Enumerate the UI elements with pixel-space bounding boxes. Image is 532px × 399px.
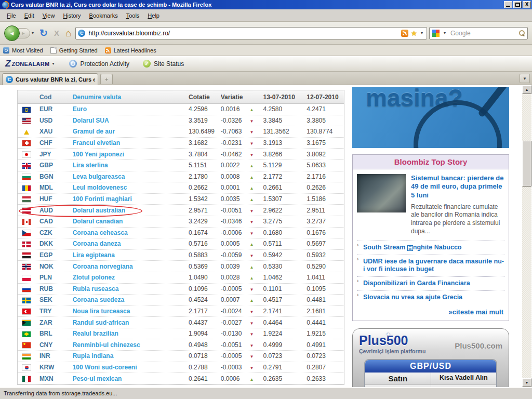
currency-code-link[interactable]: RUB bbox=[39, 285, 73, 292]
rss-feed-icon[interactable] bbox=[401, 30, 408, 37]
currency-name-link[interactable]: 100 Yeni japonezi bbox=[73, 151, 189, 158]
bookmark-getting-started[interactable]: Getting Started bbox=[50, 47, 98, 54]
currency-name-link[interactable]: Lira sterlina bbox=[73, 162, 189, 169]
masina-ad-banner[interactable]: masina? bbox=[352, 87, 509, 148]
zonealarm-dropdown-icon[interactable]: ▾ bbox=[50, 61, 56, 66]
vertical-scrollbar[interactable]: ▲ ▼ bbox=[522, 85, 531, 387]
menu-file[interactable]: File bbox=[3, 11, 20, 20]
story-link-3[interactable]: ›Disponibilizari in Garda Financiara bbox=[357, 276, 504, 290]
minimize-button[interactable] bbox=[504, 1, 512, 8]
search-engine-dropdown-icon[interactable]: ▾ bbox=[442, 31, 447, 35]
bookmark-latest-headlines[interactable]: Latest Headlines bbox=[105, 47, 156, 54]
currency-code-link[interactable]: CZK bbox=[39, 229, 73, 236]
sell-price[interactable]: ▲ 1.6216 bbox=[431, 385, 497, 387]
list-all-tabs-button[interactable]: ▼ bbox=[520, 74, 530, 83]
currency-name-link[interactable]: Coroana ceheasca bbox=[73, 229, 189, 236]
plus500-ad[interactable]: Plus500✦ Çevrimiçi işlem platformu Plus5… bbox=[352, 328, 509, 387]
currency-name-link[interactable]: 100 Forinti maghiari bbox=[73, 195, 189, 203]
read-more-link[interactable]: »citeste mai mult bbox=[353, 304, 509, 321]
currency-name-link[interactable]: Renminbi-ul chinezesc bbox=[73, 341, 189, 349]
buy-price[interactable]: ▼ 1.6218 bbox=[365, 385, 431, 387]
currency-code-link[interactable]: HUF bbox=[39, 195, 73, 203]
currency-name-link[interactable]: Lira egipteana bbox=[73, 251, 189, 259]
currency-code-link[interactable]: DKK bbox=[39, 240, 73, 247]
currency-code-link[interactable]: INR bbox=[39, 352, 73, 360]
story-link-4[interactable]: ›Slovacia nu vrea sa ajute Grecia bbox=[357, 290, 504, 304]
currency-name-link[interactable]: 100 Woni sud-coreeni bbox=[73, 364, 189, 371]
plus500-site-link[interactable]: Plus500.com bbox=[455, 341, 502, 350]
search-magnifier-icon[interactable] bbox=[519, 30, 525, 36]
currency-code-link[interactable]: MDL bbox=[39, 184, 73, 191]
currency-code-link[interactable]: EGP bbox=[39, 251, 73, 259]
currency-name-link[interactable]: Coroana daneza bbox=[73, 240, 189, 247]
currency-name-link[interactable]: Leva bulgareasca bbox=[73, 173, 189, 180]
scroll-down-button[interactable]: ▼ bbox=[522, 378, 531, 387]
menu-view[interactable]: View bbox=[39, 11, 59, 20]
currency-name-link[interactable]: Zlotul polonez bbox=[73, 274, 189, 281]
currency-code-link[interactable]: BRL bbox=[39, 330, 73, 337]
menu-help[interactable]: Help bbox=[144, 11, 163, 20]
zonealarm-brand[interactable]: Z ZoneAlarm ▾ bbox=[5, 59, 56, 68]
scrollbar-thumb[interactable] bbox=[522, 141, 531, 187]
menu-edit[interactable]: Edit bbox=[21, 11, 38, 20]
currency-name-link[interactable]: Leul moldovenesc bbox=[73, 184, 189, 191]
home-button[interactable]: ⌂ bbox=[63, 28, 73, 38]
story-link-1[interactable]: ›South Stream FFEDnghite Nabucco bbox=[357, 241, 504, 255]
currency-code-link[interactable]: CHF bbox=[39, 139, 73, 147]
back-button[interactable]: ◄ bbox=[4, 25, 20, 41]
currency-code-link[interactable]: MXN bbox=[39, 375, 73, 382]
restore-button[interactable] bbox=[513, 1, 522, 8]
currency-name-link[interactable]: Peso-ul mexican bbox=[73, 375, 189, 382]
history-dropdown-icon[interactable]: ▾ bbox=[30, 31, 35, 35]
currency-name-link[interactable]: Rubla ruseasca bbox=[73, 285, 189, 292]
currency-name-link[interactable]: Dolarul canadian bbox=[73, 218, 189, 225]
currency-code-link[interactable]: USD bbox=[39, 117, 73, 124]
currency-name-link[interactable]: Euro bbox=[73, 105, 189, 113]
currency-name-link[interactable]: Dolarul SUA bbox=[73, 117, 189, 124]
currency-name-link[interactable]: Rupia indiana bbox=[73, 352, 189, 360]
scroll-up-button[interactable]: ▲ bbox=[522, 85, 531, 94]
currency-code-link[interactable]: XAU bbox=[39, 128, 73, 135]
currency-name-link[interactable]: Randul sud-african bbox=[73, 319, 189, 326]
currency-name-link[interactable]: Dolarul australian bbox=[73, 207, 189, 214]
urlbar-dropdown-icon[interactable]: ▾ bbox=[419, 31, 424, 35]
currency-name-link[interactable]: Coroana suedeza bbox=[73, 296, 189, 303]
currency-code-link[interactable]: AUD bbox=[39, 207, 73, 214]
search-box[interactable]: ▾ bbox=[429, 27, 528, 39]
currency-name-link[interactable]: Coroana norvegiana bbox=[73, 263, 189, 270]
stop-button[interactable]: X bbox=[52, 29, 61, 37]
currency-name-link[interactable]: Noua lira turceasca bbox=[73, 308, 189, 315]
menu-bookmarks[interactable]: Bookmarks bbox=[86, 11, 122, 20]
menu-history[interactable]: History bbox=[59, 11, 84, 20]
currency-name-link[interactable]: Gramul de aur bbox=[73, 128, 189, 135]
currency-code-link[interactable]: SEK bbox=[39, 296, 73, 303]
bookmark-most-visited[interactable]: Most Visited bbox=[3, 47, 43, 54]
currency-code-link[interactable]: GBP bbox=[39, 162, 73, 169]
close-button[interactable]: X bbox=[523, 1, 531, 8]
currency-code-link[interactable]: BGN bbox=[39, 173, 73, 180]
zonealarm-site-status[interactable]: ✓Site Status bbox=[143, 60, 184, 68]
story-link-2[interactable]: ›UDMR iese de la guvernare daca masurile… bbox=[357, 255, 504, 276]
currency-name-link[interactable]: Realul brazilian bbox=[73, 330, 189, 337]
menu-tools[interactable]: Tools bbox=[123, 11, 143, 20]
currency-code-link[interactable]: PLN bbox=[39, 274, 73, 281]
tab-curs-valutar[interactable]: C Curs valutar BNR la zi, Curs euro dola… bbox=[2, 73, 98, 85]
currency-code-link[interactable]: CAD bbox=[39, 218, 73, 225]
reload-button[interactable]: ↻ bbox=[37, 28, 50, 38]
currency-code-link[interactable]: KRW bbox=[39, 364, 73, 371]
currency-code-link[interactable]: EUR bbox=[39, 105, 73, 113]
currency-name-link[interactable]: Francul elvetian bbox=[73, 139, 189, 147]
story-headline-link[interactable]: Sistemul bancar: pierdere de 49 de mil e… bbox=[411, 174, 504, 200]
currency-code-link[interactable]: ZAR bbox=[39, 319, 73, 326]
story-image[interactable] bbox=[357, 174, 406, 212]
search-input[interactable] bbox=[449, 29, 517, 37]
currency-code-link[interactable]: JPY bbox=[39, 151, 73, 158]
bookmark-star-icon[interactable]: ★ bbox=[410, 30, 417, 37]
zonealarm-protection-activity[interactable]: Protection Activity bbox=[69, 60, 129, 68]
currency-code-link[interactable]: CNY bbox=[39, 341, 73, 349]
url-bar[interactable]: C ★ ▾ bbox=[75, 27, 427, 39]
new-tab-button[interactable]: + bbox=[100, 74, 113, 84]
currency-code-link[interactable]: NOK bbox=[39, 263, 73, 270]
url-input[interactable] bbox=[87, 29, 399, 37]
currency-code-link[interactable]: TRY bbox=[39, 308, 73, 315]
